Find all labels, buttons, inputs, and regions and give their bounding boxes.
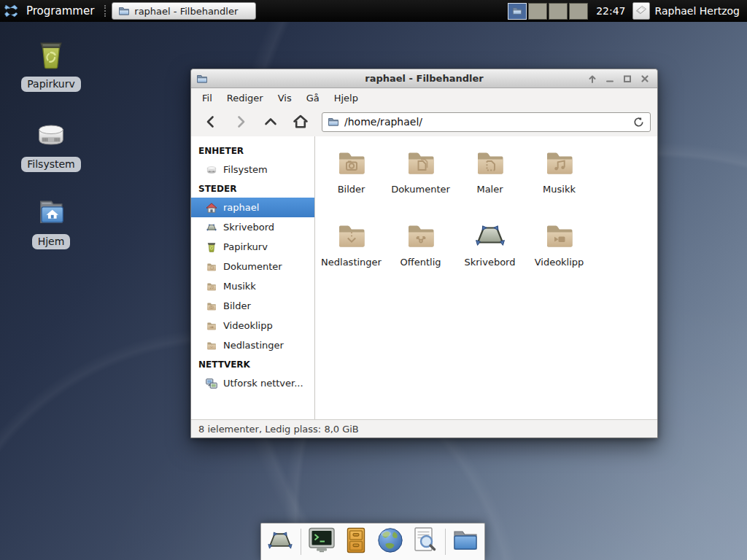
dock [260,523,485,560]
file-manager-window: raphael - Filbehandler FilRedigerVisGåHj… [190,69,658,438]
desktop-icon [266,526,295,558]
folder-music-icon [542,145,577,180]
file-item-nedlastinger[interactable]: Nedlastinger [318,218,385,291]
file-item-label: Maler [476,184,503,195]
desktop-icon [473,218,508,253]
sidebar-item-nedlastinger[interactable]: Nedlastinger [191,335,314,355]
back-button[interactable] [198,111,224,133]
folder-document-icon [403,145,438,180]
home-folder-icon [34,195,68,229]
sidebar-item-dokumenter[interactable]: Dokumenter [191,257,314,276]
folder-camera-icon [206,300,217,312]
file-item-videoklipp[interactable]: Videoklipp [526,218,593,291]
menu-rediger[interactable]: Rediger [220,90,271,106]
up-button[interactable] [258,111,284,133]
workspace-4[interactable] [569,3,588,20]
statusbar: 8 ielementer, Ledig plass: 8,0 GiB [191,419,657,438]
folder-document-icon [206,261,217,273]
show-desktop-button[interactable] [266,526,295,557]
dock-separator [445,529,446,555]
network-icon [206,378,217,389]
window-controls [587,73,651,85]
desktop-icon-hjem[interactable]: Hjem [18,195,85,249]
dock-separator [301,529,301,555]
sidebar-item-skrivebord[interactable]: Skrivebord [191,217,314,237]
maximize-button[interactable] [622,73,633,85]
file-item-label: Skrivebord [464,257,515,268]
folder-template-icon [473,145,508,180]
window-folder-icon [118,5,130,17]
location-input[interactable] [344,116,627,128]
file-item-label: Offentlig [400,257,441,268]
sidebar-header-nettverk: NETTVERK [191,355,314,373]
folder-video-icon [542,218,577,253]
file-manager-button[interactable] [451,526,480,557]
app-search-button[interactable] [410,526,439,557]
terminal-button[interactable] [307,526,336,557]
icon-view[interactable]: BilderDokumenterMalerMusikkNedlastingerO… [315,136,657,419]
sidebar-item-label: Nedlastinger [223,340,284,351]
menu-hjelp[interactable]: Hjelp [327,90,365,106]
sidebar-item-label: Utforsk nettver... [223,378,303,389]
eraser-icon [635,3,648,19]
workspace-switcher [508,3,588,20]
sidebar-item-utforsk-nettver[interactable]: Utforsk nettver... [191,373,314,393]
sidebar: ENHETERFilsystemSTEDERraphaelSkrivebordP… [191,136,315,419]
file-cabinet-button[interactable] [341,526,371,557]
sidebar-item-label: Papirkurv [223,241,268,252]
sidebar-item-videoklipp[interactable]: Videoklipp [191,316,314,335]
sidebar-item-label: Dokumenter [223,261,282,272]
user-name: Raphael Hertzog [655,5,740,17]
workspace-2[interactable] [528,3,547,20]
forward-button[interactable] [228,111,254,133]
file-item-bilder[interactable]: Bilder [318,145,385,218]
file-item-label: Videoklipp [535,257,584,268]
globe-icon [376,526,405,558]
file-item-offentlig[interactable]: Offentlig [387,218,454,291]
home-button[interactable] [287,111,314,133]
sidebar-item-papirkurv[interactable]: Papirkurv [191,237,314,257]
desktop-icon-label: Papirkurv [21,77,81,92]
reload-icon[interactable] [632,116,645,128]
taskbar-window-button[interactable]: raphael - Filbehandler [112,2,256,20]
user-action-button[interactable] [632,2,650,20]
menu-fil[interactable]: Fil [195,90,220,106]
folder-download-icon [334,218,369,253]
xfce-logo-icon [4,2,21,20]
workspace-1[interactable] [508,3,527,20]
drive-icon [34,118,68,152]
file-item-musikk[interactable]: Musikk [526,145,593,218]
file-item-dokumenter[interactable]: Dokumenter [387,145,454,218]
location-bar[interactable] [322,112,651,132]
workspace-3[interactable] [549,3,568,20]
applications-menu[interactable]: Programmer [0,0,97,22]
terminal-icon [307,526,336,558]
sidebar-item-raphael[interactable]: raphael [191,198,314,217]
sidebar-item-label: Musikk [223,281,256,292]
toolbar [191,107,657,136]
minimize-button[interactable] [604,73,616,85]
menu-vis[interactable]: Vis [271,90,299,106]
folder-download-icon [206,340,217,351]
top-panel: Programmer raphael - Filbehandler 22:47 … [0,0,747,22]
desktop-icon-filsystem[interactable]: Filsystem [18,118,85,172]
menubar: FilRedigerVisGåHjelp [191,88,657,107]
desktop-icon-papirkurv[interactable]: Papirkurv [18,38,85,92]
sidebar-item-musikk[interactable]: Musikk [191,276,314,296]
menu-g[interactable]: Gå [299,90,327,106]
sidebar-item-filsystem[interactable]: Filsystem [191,160,314,179]
file-item-label: Nedlastinger [321,257,382,268]
sidebar-item-bilder[interactable]: Bilder [191,296,314,316]
shade-button[interactable] [587,73,598,85]
window-content: ENHETERFilsystemSTEDERraphaelSkrivebordP… [191,136,657,419]
desktop: Programmer raphael - Filbehandler 22:47 … [0,0,747,560]
file-item-maler[interactable]: Maler [457,145,524,218]
close-button[interactable] [639,73,651,85]
window-folder-icon [328,116,339,128]
sidebar-item-label: Filsystem [223,164,268,175]
web-browser-button[interactable] [376,526,405,557]
search-icon [410,526,439,558]
file-item-skrivebord[interactable]: Skrivebord [457,218,524,291]
clock: 22:47 [596,5,625,17]
window-titlebar[interactable]: raphael - Filbehandler [191,69,657,88]
